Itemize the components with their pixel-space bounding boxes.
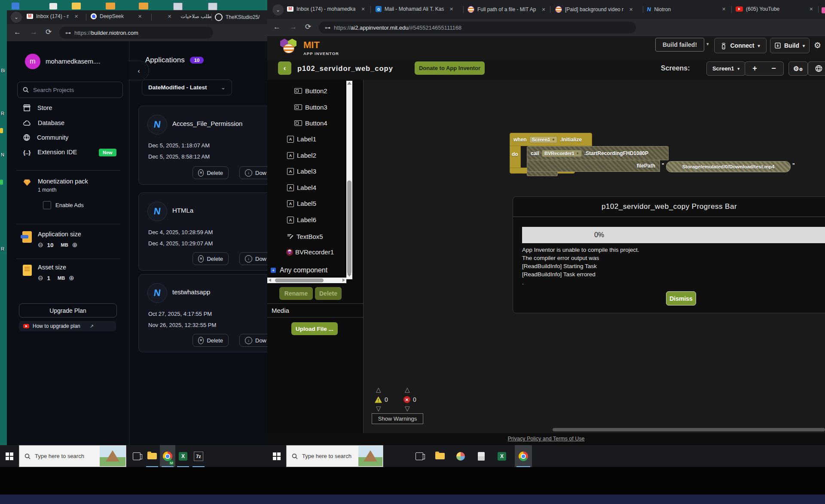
back-to-projects-button[interactable]: ‹ [278,61,291,75]
back-icon[interactable]: ← [273,23,281,31]
forward-icon[interactable]: → [290,23,297,31]
block-call-bvrecorder[interactable]: call BVRecorder1▼ .StartRecordingFHD1080… [527,146,669,160]
warning-up-stepper[interactable] [376,386,381,394]
tab-paid-background-video[interactable]: [Paid] background video r ✕ [555,6,633,13]
desktop-icon[interactable] [0,180,3,185]
tree-item-label6[interactable]: A Label6 [287,216,316,223]
project-card[interactable]: N HTMLa Dec 4, 2025, 10:28:59 AM Dec 4, … [138,192,267,271]
scroll-right-arrow[interactable] [342,278,345,282]
task-view-icon[interactable] [412,445,427,467]
excel-icon[interactable]: X [175,445,191,467]
delete-button[interactable]: ✕Delete [192,252,229,265]
tab-inbox[interactable]: M Inbox (174) - m ✕ [27,13,78,19]
sidebar-item-store[interactable]: Store [23,104,52,111]
tab-close-icon[interactable]: ✕ [74,14,78,19]
tab-close-icon[interactable]: ✕ [361,6,365,12]
warning-down-stepper[interactable] [376,405,381,412]
address-bar[interactable]: ⊶ https://ai2.appinventor.mit.edu/#54552… [319,21,636,34]
search-input[interactable]: Search Projects [17,82,123,98]
plus-icon[interactable]: ⊕ [69,274,74,282]
partial-tab-icon[interactable] [822,7,825,13]
excel-icon[interactable]: X [494,445,510,467]
upgrade-plan-button[interactable]: Upgrade Plan [19,303,117,318]
reload-icon[interactable]: ⟳ [46,28,52,36]
tree-item-label5[interactable]: A Label5 [287,200,316,207]
forward-icon[interactable]: → [30,28,37,36]
desktop-icon[interactable] [173,3,183,10]
desktop-icon[interactable] [0,128,3,133]
project-settings-button[interactable]: ⚙⚙ [788,61,808,76]
collapse-panel-button[interactable]: ‹ [129,61,149,80]
scroll-down-arrow[interactable] [347,274,351,277]
privacy-terms-link[interactable]: Privacy Policy and Terms of Use [267,436,825,442]
minus-icon[interactable]: ⊖ [38,274,43,282]
site-settings-icon[interactable]: ⊶ [65,30,70,36]
tab-inbox[interactable]: M Inbox (174) - mohamedka ✕ [287,6,365,12]
tab-deepseek[interactable]: DeepSeek ✕ [91,13,142,19]
search-highlight-image[interactable] [100,446,125,466]
delete-button[interactable]: ✕Delete [192,334,229,347]
add-screen-button[interactable]: + [745,61,765,76]
tree-item-any-component[interactable]: + Any component [271,266,327,274]
show-warnings-button[interactable]: Show Warnings [372,413,423,424]
settings-gear-icon[interactable]: ⚙ [814,40,821,50]
paint-icon[interactable] [453,445,468,467]
tab-niotron[interactable]: N Niotron ✕ [647,6,726,12]
tree-item-label3[interactable]: A Label3 [287,168,316,175]
chrome-icon[interactable]: M [160,445,175,467]
tree-horizontal-scroll-thumb[interactable] [275,278,324,282]
sort-dropdown[interactable]: DateModified - Latest ⌄ [142,79,232,95]
delete-button[interactable]: ✕Delete [192,166,229,179]
chrome-icon[interactable] [515,445,532,467]
tree-item-label2[interactable]: A Label2 [287,152,316,159]
dismiss-button[interactable]: Dismiss [666,291,696,305]
tab-close-icon[interactable]: ✕ [809,6,813,12]
connect-button[interactable]: Connect ▾ [714,38,767,53]
tab-full-path[interactable]: Full path of a file - MIT Ap ✕ [468,6,546,13]
tab-close-icon[interactable]: ✕ [722,6,726,12]
desktop-icon[interactable] [72,3,81,9]
error-up-stepper[interactable] [405,386,410,394]
address-bar[interactable]: ⊶ https://builder.niotron.com [59,27,213,39]
start-button[interactable] [267,445,286,467]
tree-item-button2[interactable]: Button2 [294,87,327,95]
tree-item-bvrecorder1[interactable]: BVRecorder1 [286,248,334,256]
block-text-value[interactable]: Storage/emulated/0/Download/test.mp4 [666,161,791,172]
site-settings-icon[interactable]: ⊶ [325,24,330,31]
taskbar-search[interactable]: Type here to search [286,445,383,467]
plus-icon[interactable]: ⊕ [72,241,78,249]
file-explorer-icon[interactable] [432,445,448,467]
scroll-left-arrow[interactable] [269,278,271,282]
block-when-screen-initialize[interactable]: when Screen1▼ .Initialize [510,133,592,146]
enable-ads-checkbox[interactable] [43,201,51,209]
tab-arabic[interactable]: طلب صلاحيات ✕ [165,13,211,19]
tab-close-icon[interactable]: ✕ [138,14,142,19]
block-screen-dropdown[interactable]: Screen1▼ [529,136,558,143]
sidebar-item-database[interactable]: Database [23,119,64,126]
language-globe-button[interactable] [808,61,825,76]
taskbar-search[interactable]: Type here to search [19,445,126,467]
tab-close-icon[interactable]: ✕ [168,14,171,19]
desktop-icon[interactable] [106,3,115,9]
tab-search-caret-button[interactable]: ⌄ [272,4,284,15]
screen-selector[interactable]: Screen1 ▾ [706,61,746,76]
notepad-icon[interactable] [474,445,489,467]
avatar[interactable]: m [25,54,40,69]
sidebar-item-extension-ide[interactable]: {..} Extension IDE [23,149,77,156]
search-highlight-image[interactable] [358,446,382,466]
canvas-horizontal-scroll-thumb[interactable] [553,428,825,431]
tab-close-icon[interactable]: ✕ [629,7,633,12]
desktop-icon[interactable] [139,3,148,9]
reload-icon[interactable]: ⟳ [305,23,311,31]
tab-close-icon[interactable]: ✕ [542,7,546,12]
tree-item-label4[interactable]: A Label4 [287,184,316,191]
build-failed-caret-icon[interactable]: ▾ [706,41,709,47]
download-button[interactable]: ↓Dow [239,166,267,179]
rename-button[interactable]: Rename [279,287,313,300]
build-button[interactable]: Build ▾ [770,38,810,53]
block-component-dropdown[interactable]: BVRecorder1▼ [542,150,582,157]
back-icon[interactable]: ← [14,28,21,36]
desktop-icon[interactable] [49,3,57,9]
tab-close-icon[interactable]: ✕ [449,6,453,12]
sidebar-item-community[interactable]: Community [23,134,68,141]
